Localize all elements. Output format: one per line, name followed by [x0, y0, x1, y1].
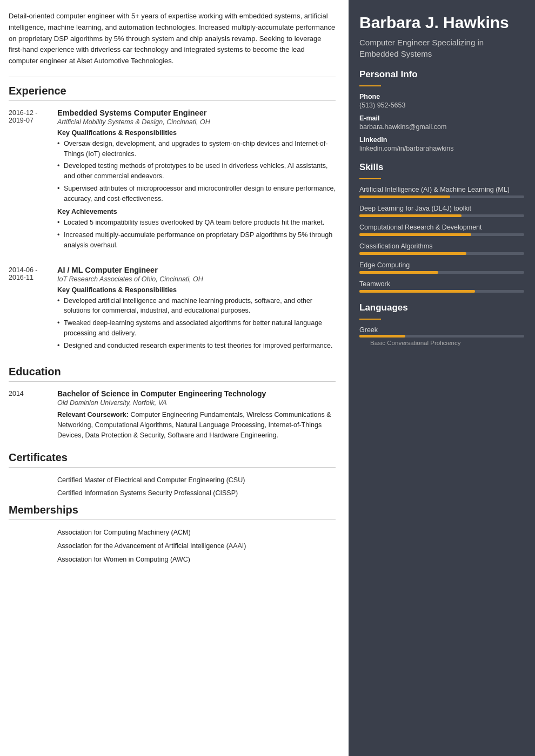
skill-bar-background [359, 214, 524, 217]
skill-bar-fill [359, 290, 475, 293]
right-column: Barbara J. Hawkins Computer Engineer Spe… [349, 0, 535, 756]
skill-item: Deep Learning for Java (DL4J) toolkit [359, 205, 524, 217]
name-block: Barbara J. Hawkins Computer Engineer Spe… [359, 13, 524, 59]
skill-bar-background [359, 233, 524, 236]
skill-bar-background [359, 271, 524, 274]
school-name: Old Dominion University, Norfolk, VA [57, 399, 336, 407]
experience-container: 2016-12 - 2019-07Embedded Systems Comput… [9, 109, 336, 355]
qualifications-list: Developed artificial intelligence and ma… [57, 296, 336, 351]
experience-date: 2014-06 - 2016-11 [9, 266, 57, 355]
qualifications-list: Oversaw design, development, and upgrade… [57, 139, 336, 204]
achievement-item: Increased multiply-accumulate performanc… [57, 230, 336, 251]
skill-bar-background [359, 252, 524, 255]
skill-bar-fill [359, 195, 450, 198]
job-title: AI / ML Computer Engineer [57, 266, 336, 274]
education-date: 2014 [9, 389, 57, 440]
certificates-list: Certified Master of Electrical and Compu… [9, 475, 336, 499]
achievement-item: Located 5 incompatibility issues overloo… [57, 218, 336, 228]
left-column: Detail-oriented computer engineer with 5… [0, 0, 349, 756]
degree-title: Bachelor of Science in Computer Engineer… [57, 389, 336, 398]
personal-info-title: Personal Info [359, 69, 524, 80]
job-title: Embedded Systems Computer Engineer [57, 109, 336, 117]
phone-value: (513) 952-5653 [359, 102, 524, 109]
skill-bar-fill [359, 233, 471, 236]
membership-item: Association for Women in Computing (AWC) [57, 555, 336, 565]
achievements-list: Located 5 incompatibility issues overloo… [57, 218, 336, 250]
linkedin-value: linkedin.com/in/barbarahawkins [359, 145, 524, 152]
memberships-list: Association for Computing Machinery (ACM… [9, 528, 336, 564]
experience-section-title: Experience [9, 85, 336, 97]
achievements-label: Key Achievements [57, 208, 336, 215]
skill-bar-background [359, 195, 524, 198]
skill-item: Edge Computing [359, 261, 524, 274]
qualification-item: Tweaked deep-learning systems and associ… [57, 318, 336, 339]
experience-date: 2016-12 - 2019-07 [9, 109, 57, 255]
certificate-item: Certified Master of Electrical and Compu… [57, 475, 336, 485]
qualification-item: Supervised attributes of microprocessor … [57, 184, 336, 204]
skill-bar-fill [359, 271, 438, 274]
education-content: Bachelor of Science in Computer Engineer… [57, 389, 336, 440]
language-level: Basic Conversational Proficiency [359, 340, 524, 346]
language-bar-background [359, 335, 524, 338]
company-name: IoT Research Associates of Ohio, Cincinn… [57, 275, 336, 283]
coursework-text: Relevant Coursework: Computer Engineerin… [57, 410, 336, 440]
languages-container: GreekBasic Conversational Proficiency [359, 326, 524, 346]
memberships-section-title: Memberships [9, 504, 336, 516]
qualification-item: Oversaw design, development, and upgrade… [57, 139, 336, 159]
company-name: Artificial Mobility Systems & Design, Ci… [57, 118, 336, 126]
education-entry: 2014Bachelor of Science in Computer Engi… [9, 389, 336, 440]
qualification-item: Developed testing methods of prototypes … [57, 161, 336, 181]
skill-name: Computational Research & Development [359, 224, 524, 231]
skills-container: Artificial Intelligence (AI) & Machine L… [359, 186, 524, 293]
linkedin-label: LinkedIn [359, 136, 524, 144]
language-item: GreekBasic Conversational Proficiency [359, 326, 524, 346]
qualification-item: Designed and conducted research experime… [57, 341, 336, 351]
education-container: 2014Bachelor of Science in Computer Engi… [9, 389, 336, 440]
skill-name: Deep Learning for Java (DL4J) toolkit [359, 205, 524, 212]
email-label: E-mail [359, 114, 524, 122]
experience-entry: 2014-06 - 2016-11AI / ML Computer Engine… [9, 266, 336, 355]
skill-name: Classification Algorithms [359, 242, 524, 250]
qualifications-label: Key Qualifications & Responsibilities [57, 129, 336, 137]
skill-bar-fill [359, 252, 466, 255]
candidate-name: Barbara J. Hawkins [359, 13, 524, 32]
phone-label: Phone [359, 93, 524, 100]
summary-text: Detail-oriented computer engineer with 5… [9, 11, 336, 67]
skill-bar-fill [359, 214, 462, 217]
experience-content: AI / ML Computer EngineerIoT Research As… [57, 266, 336, 355]
qualification-item: Developed artificial intelligence and ma… [57, 296, 336, 316]
qualifications-label: Key Qualifications & Responsibilities [57, 286, 336, 294]
skill-item: Classification Algorithms [359, 242, 524, 255]
certificate-item: Certified Information Systems Security P… [57, 488, 336, 498]
certificates-section-title: Certificates [9, 451, 336, 464]
skill-name: Edge Computing [359, 261, 524, 269]
experience-entry: 2016-12 - 2019-07Embedded Systems Comput… [9, 109, 336, 255]
languages-title: Languages [359, 302, 524, 313]
skill-name: Teamwork [359, 280, 524, 288]
skill-name: Artificial Intelligence (AI) & Machine L… [359, 186, 524, 193]
language-bar-fill [359, 335, 405, 338]
email-value: barbara.hawkins@gmail.com [359, 123, 524, 131]
language-name: Greek [359, 326, 524, 334]
membership-item: Association for Computing Machinery (ACM… [57, 528, 336, 538]
candidate-subtitle: Computer Engineer Specializing in Embedd… [359, 37, 524, 59]
skill-item: Teamwork [359, 280, 524, 293]
skill-bar-background [359, 290, 524, 293]
skill-item: Computational Research & Development [359, 224, 524, 236]
experience-content: Embedded Systems Computer EngineerArtifi… [57, 109, 336, 255]
membership-item: Association for the Advancement of Artif… [57, 541, 336, 551]
education-section-title: Education [9, 366, 336, 378]
skill-item: Artificial Intelligence (AI) & Machine L… [359, 186, 524, 198]
skills-title: Skills [359, 162, 524, 173]
